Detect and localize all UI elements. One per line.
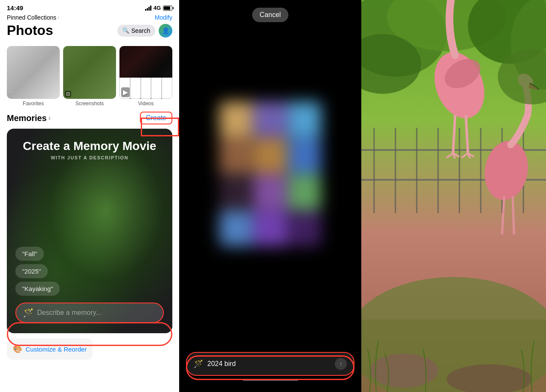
memories-section: Memories › Create Create a Memory Movie …: [0, 112, 179, 333]
screenshots-label: Screenshots: [76, 101, 104, 107]
svg-point-27: [370, 354, 438, 388]
status-right: 4G: [145, 5, 172, 11]
status-bar: 14:49 4G: [0, 0, 179, 13]
memory-input-icon: 🪄: [23, 308, 34, 318]
videos-thumbnail: ▶: [119, 46, 172, 99]
memory-card-subtitle: WITH JUST A DESCRIPTION: [15, 155, 164, 160]
collection-item-videos[interactable]: ▶ Videos: [119, 46, 172, 107]
collections-grid: ♡ Favorites ⊡ Screenshots ▶ Videos: [0, 46, 179, 112]
suggestion-chip-kayaking[interactable]: "Kayaking": [15, 282, 60, 296]
memories-chevron-icon: ›: [48, 114, 50, 122]
battery-icon: [163, 6, 172, 11]
mosaic-grid: [219, 101, 322, 246]
memory-card-title: Create a Memory Movie: [15, 139, 164, 153]
favorites-label: Favorites: [23, 101, 44, 107]
memory-input-placeholder: Describe a memory...: [37, 309, 156, 317]
avatar: 👤: [159, 24, 172, 37]
blurred-mosaic: [219, 101, 322, 246]
query-input-highlight: [186, 355, 354, 380]
search-icon: 🔍: [122, 27, 129, 34]
collection-item-screenshots[interactable]: ⊡ Screenshots: [63, 46, 116, 107]
pinned-collections-label[interactable]: Pinned Collections ›: [7, 14, 59, 21]
blurred-preview-area: [179, 0, 361, 348]
photos-panel: 14:49 4G Pinned Collections › Modify Pho…: [0, 0, 179, 392]
cancel-button[interactable]: Cancel: [252, 8, 289, 22]
memory-input-highlight: [7, 322, 172, 346]
video-icon: ▶: [121, 87, 130, 97]
flamingo-photo-panel: [361, 0, 546, 392]
signal-bars-icon: [145, 6, 151, 11]
mosaic-cell: [253, 211, 287, 247]
screenshots-thumbnail: ⊡: [63, 46, 116, 99]
mosaic-cell: [219, 211, 253, 247]
memory-panel: Cancel 🪄 2024 bird ↑: [179, 0, 361, 392]
mosaic-cell: [288, 138, 322, 174]
mosaic-cell: [253, 101, 287, 137]
mosaic-cell: [288, 101, 322, 137]
memory-suggestions: "Fall" "2025" "Kayaking": [15, 247, 164, 296]
photos-title: Photos: [7, 23, 53, 38]
suggestion-chip-2025[interactable]: "2025": [15, 264, 48, 278]
photos-title-row: Photos 🔍 Search 👤: [7, 23, 172, 38]
photos-header: Pinned Collections › Modify Photos 🔍 Sea…: [0, 13, 179, 46]
favorites-thumbnail: ♡: [7, 46, 60, 99]
screenshot-icon: ⊡: [65, 91, 71, 97]
memories-section-title: Memories ›: [7, 113, 51, 123]
memory-card: Create a Memory Movie WITH JUST A DESCRI…: [7, 129, 172, 333]
mosaic-cell: [219, 101, 253, 137]
customize-label: Customize & Reorder: [26, 346, 87, 353]
avatar-button[interactable]: 👤: [159, 24, 172, 37]
flamingo-photo: [361, 0, 546, 392]
svg-line-24: [513, 196, 514, 234]
collection-item-favorites[interactable]: ♡ Favorites: [7, 46, 60, 107]
status-time: 14:49: [7, 4, 23, 12]
flamingo-svg: [361, 0, 546, 392]
videos-label: Videos: [138, 101, 154, 107]
suggestion-chip-fall[interactable]: "Fall": [15, 247, 44, 261]
mosaic-cell: [288, 211, 322, 247]
pinned-collections-chevron-icon: ›: [58, 14, 59, 20]
header-actions: 🔍 Search 👤: [117, 24, 172, 37]
memory-describe-input-area[interactable]: 🪄 Describe a memory...: [15, 303, 164, 323]
search-button[interactable]: 🔍 Search: [117, 25, 155, 37]
create-button-highlight: [141, 118, 179, 136]
mosaic-cell: [253, 138, 287, 174]
mosaic-cell: [219, 174, 253, 210]
memory-card-content: Create a Memory Movie WITH JUST A DESCRI…: [15, 139, 164, 323]
heart-icon: ♡: [9, 91, 14, 97]
mosaic-cell: [288, 174, 322, 210]
modify-button[interactable]: Modify: [155, 14, 172, 21]
pinned-collections-row: Pinned Collections › Modify: [7, 14, 172, 21]
mosaic-cell: [253, 174, 287, 210]
mosaic-cell: [219, 138, 253, 174]
network-label: 4G: [154, 5, 161, 11]
